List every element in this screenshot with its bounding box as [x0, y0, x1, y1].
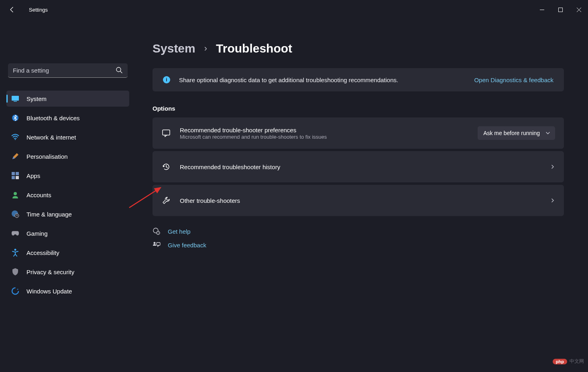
display-icon [11, 95, 19, 103]
sidebar-item-accounts[interactable]: Accounts [6, 187, 129, 203]
get-help-link[interactable]: ? Get help [153, 227, 564, 235]
shield-icon [11, 268, 19, 276]
sidebar-item-network[interactable]: Network & internet [6, 129, 129, 145]
troubleshooter-history-card[interactable]: Recommended troubleshooter history [153, 151, 564, 182]
bluetooth-icon [11, 114, 19, 122]
help-icon: ? [153, 227, 161, 235]
banner-text: Share optional diagnostic data to get ad… [179, 77, 465, 83]
history-icon [161, 162, 171, 172]
card-title: Recommended trouble-shooter preferences [180, 127, 469, 133]
sidebar-item-label: Windows Update [26, 288, 72, 295]
sidebar-item-label: Network & internet [26, 134, 76, 141]
feedback-icon [153, 241, 161, 249]
svg-rect-21 [157, 243, 160, 245]
svg-rect-16 [163, 130, 170, 135]
sidebar-item-label: Bluetooth & devices [26, 115, 80, 121]
chevron-right-icon: › [204, 43, 207, 54]
sidebar-item-system[interactable]: System [6, 91, 129, 107]
svg-point-14 [14, 249, 16, 251]
chat-icon [161, 128, 171, 138]
svg-point-5 [15, 139, 16, 140]
sidebar-item-label: Gaming [26, 230, 48, 237]
watermark-badge: php [553, 359, 567, 364]
chevron-right-icon [550, 198, 555, 203]
svg-rect-6 [12, 172, 15, 175]
chevron-right-icon [550, 164, 555, 169]
minimize-icon [540, 8, 544, 12]
preferences-dropdown[interactable]: Ask me before running [478, 126, 555, 140]
sidebar-item-accessibility[interactable]: Accessibility [6, 245, 129, 261]
svg-point-1 [116, 67, 121, 72]
wifi-icon [11, 133, 19, 141]
search-input[interactable] [8, 63, 128, 78]
svg-rect-3 [14, 101, 17, 102]
svg-rect-0 [558, 8, 562, 12]
link-text: Get help [168, 228, 191, 235]
give-feedback-link[interactable]: Give feedback [153, 241, 564, 249]
page-title: Troubleshoot [216, 42, 292, 55]
sidebar-item-label: Accessibility [26, 249, 59, 256]
breadcrumb-root[interactable]: System [153, 42, 195, 55]
open-diagnostics-link[interactable]: Open Diagnostics & feedback [474, 77, 553, 83]
sidebar-item-label: Time & language [26, 211, 72, 218]
watermark-text: 中文网 [570, 358, 584, 365]
svg-rect-2 [12, 96, 19, 101]
svg-rect-8 [12, 176, 15, 179]
sidebar-item-label: Accounts [26, 192, 51, 198]
close-icon [577, 8, 581, 12]
card-subtitle: Microsoft can recommend and run trouble-… [180, 134, 469, 140]
svg-rect-9 [16, 176, 19, 179]
sidebar: System Bluetooth & devices Network & int… [0, 19, 136, 372]
back-button[interactable] [5, 2, 19, 17]
svg-rect-7 [16, 172, 19, 175]
watermark: php 中文网 [553, 358, 584, 365]
gamepad-icon [11, 229, 19, 237]
sidebar-item-label: Personalisation [26, 153, 68, 160]
card-title: Recommended troubleshooter history [180, 164, 541, 170]
svg-point-15 [12, 288, 18, 294]
main-content: System › Troubleshoot i Share optional d… [136, 19, 588, 372]
diagnostics-banner: i Share optional diagnostic data to get … [153, 68, 564, 91]
close-button[interactable] [570, 3, 588, 16]
titlebar: Settings [0, 0, 588, 19]
maximize-button[interactable] [551, 3, 570, 16]
search-icon [116, 67, 123, 74]
sidebar-item-label: Privacy & security [26, 269, 74, 275]
sidebar-item-label: System [26, 95, 47, 102]
options-heading: Options [153, 105, 564, 112]
chevron-down-icon [545, 131, 550, 135]
info-icon: i [163, 76, 170, 83]
wrench-icon [161, 196, 171, 205]
window-controls [533, 3, 588, 16]
dropdown-value: Ask me before running [483, 130, 540, 136]
sidebar-item-windows-update[interactable]: Windows Update [6, 283, 129, 299]
sidebar-item-label: Apps [26, 172, 40, 179]
apps-icon [11, 172, 19, 180]
sidebar-item-personalisation[interactable]: Personalisation [6, 148, 129, 164]
maximize-icon [558, 8, 563, 12]
breadcrumb: System › Troubleshoot [153, 42, 564, 55]
sidebar-item-time-language[interactable]: Time & language [6, 206, 129, 222]
svg-point-20 [154, 242, 156, 244]
minimize-button[interactable] [533, 3, 551, 16]
update-icon [11, 287, 19, 295]
card-title: Other trouble-shooters [180, 197, 541, 204]
accessibility-icon [11, 249, 19, 257]
sidebar-item-gaming[interactable]: Gaming [6, 225, 129, 241]
sidebar-item-apps[interactable]: Apps [6, 168, 129, 184]
sidebar-item-bluetooth[interactable]: Bluetooth & devices [6, 110, 129, 126]
svg-point-10 [14, 192, 17, 195]
link-text: Give feedback [168, 242, 206, 249]
other-troubleshooters-card[interactable]: Other trouble-shooters [153, 185, 564, 216]
globe-clock-icon [11, 210, 19, 218]
app-title: Settings [29, 7, 48, 13]
paintbrush-icon [11, 152, 19, 160]
troubleshooter-preferences-card[interactable]: Recommended trouble-shooter preferences … [153, 117, 564, 149]
arrow-left-icon [9, 6, 15, 13]
sidebar-item-privacy[interactable]: Privacy & security [6, 264, 129, 280]
person-icon [11, 191, 19, 199]
